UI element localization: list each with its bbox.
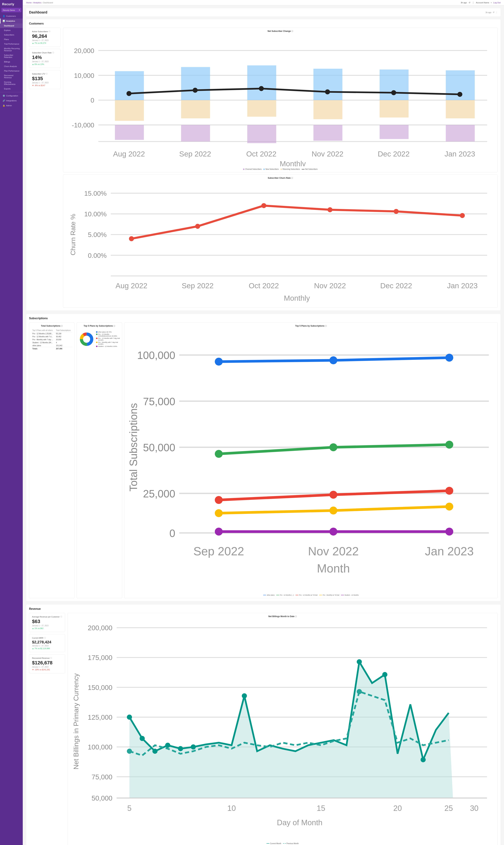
donut-info[interactable]: ⓘ bbox=[113, 325, 115, 327]
svg-point-29 bbox=[259, 86, 264, 91]
info-icon[interactable]: ⓘ bbox=[49, 30, 50, 33]
svg-point-88 bbox=[445, 487, 453, 495]
svg-text:Aug 2022: Aug 2022 bbox=[115, 282, 147, 290]
svg-text:Day of Month: Day of Month bbox=[277, 818, 322, 827]
sidebar-item-trial-performance[interactable]: Trial Performance bbox=[0, 42, 23, 46]
sidebar-item-billings[interactable]: Billings bbox=[0, 59, 23, 64]
plan-count: 101,042 bbox=[55, 344, 72, 347]
sidebar-item-subscribers[interactable]: Subscribers bbox=[0, 33, 23, 37]
mrr-info-icon[interactable]: ⓘ bbox=[44, 637, 46, 639]
logout-link[interactable]: Log Out bbox=[493, 2, 501, 4]
sidebar-label-plan-perf: Plan Performance bbox=[4, 70, 19, 72]
arpc-value: $63 bbox=[32, 619, 62, 624]
revenue-section: Revenue Average Revenue per Customer ⓘ $… bbox=[26, 605, 501, 845]
svg-point-50 bbox=[129, 236, 134, 241]
sidebar-item-configuration[interactable]: ⚙️ Configuration bbox=[0, 93, 23, 98]
sidebar-item-integrations[interactable]: 🔗 Integrations bbox=[0, 98, 23, 103]
svg-text:0: 0 bbox=[90, 96, 94, 104]
subs-line-info[interactable]: ⓘ bbox=[325, 325, 327, 327]
integrations-icon: 🔗 bbox=[3, 100, 5, 102]
mrr-value: $2,278,424 bbox=[32, 640, 62, 644]
svg-text:Dec 2022: Dec 2022 bbox=[378, 150, 410, 158]
sidebar-label-exports: Exports bbox=[4, 88, 11, 90]
mrr-change: ▲ 7% vs $2,119,986 bbox=[32, 647, 62, 649]
arpc-info-icon[interactable]: ⓘ bbox=[60, 615, 62, 618]
mrr-label: Current MRR ⓘ bbox=[32, 637, 62, 639]
ltv-change: ▼ -8% vs $147 bbox=[32, 84, 58, 87]
subscriptions-layout: Total Subscriptions ⓘ Top 5 Plans with a… bbox=[29, 322, 498, 598]
recovered-value: $126,678 bbox=[32, 660, 62, 666]
svg-point-54 bbox=[394, 209, 399, 214]
info-icon-3[interactable]: ⓘ bbox=[46, 73, 48, 75]
page-title: Dashboard bbox=[29, 10, 47, 14]
sidebar-item-explore[interactable]: Explore bbox=[0, 28, 23, 33]
svg-text:Total Subscriptions: Total Subscriptions bbox=[127, 403, 139, 491]
svg-text:10,000: 10,000 bbox=[74, 72, 94, 79]
info-icon-2[interactable]: ⓘ bbox=[52, 52, 54, 54]
svg-text:Jan 2023: Jan 2023 bbox=[425, 545, 474, 558]
breadcrumb-analytics[interactable]: Analytics bbox=[33, 2, 41, 4]
svg-point-80 bbox=[215, 358, 222, 366]
net-sub-info-icon[interactable]: ⓘ bbox=[291, 30, 293, 32]
account-selector[interactable]: Recurly Demo ▾ bbox=[1, 8, 21, 12]
svg-text:0.00%: 0.00% bbox=[88, 252, 107, 259]
sidebar-label-dashboard: Dashboard bbox=[4, 25, 14, 27]
sidebar-item-mrr[interactable]: Monthly Recurring Revenue bbox=[0, 46, 23, 53]
sidebar-item-customers[interactable]: 👤 Customers bbox=[0, 14, 23, 19]
svg-point-124 bbox=[420, 757, 426, 762]
recovered-change: ▼ -10% vs $141,261 bbox=[32, 669, 62, 671]
svg-text:10: 10 bbox=[227, 804, 236, 812]
total-subs-title: Total Subscriptions ⓘ bbox=[31, 325, 72, 327]
breadcrumb-home[interactable]: Home bbox=[26, 2, 32, 4]
sidebar-item-plan-perf[interactable]: Plan Performance bbox=[0, 69, 23, 73]
recovered-info-icon[interactable]: ⓘ bbox=[50, 657, 52, 659]
churn-rate-card: Subscriber Churn Rate ⓘ 14% January 1 – … bbox=[29, 49, 60, 68]
churn-info-icon[interactable]: ⓘ bbox=[291, 177, 293, 179]
sidebar-label-customers: Customers bbox=[6, 15, 16, 17]
svg-text:50,000: 50,000 bbox=[91, 794, 112, 802]
legend-net: Net Subscribers bbox=[302, 168, 318, 170]
more-icon[interactable]: ⋮ bbox=[472, 1, 474, 4]
net-billings-info[interactable]: ⓘ bbox=[295, 615, 297, 617]
svg-point-116 bbox=[140, 736, 145, 741]
customers-section-title: Customers bbox=[29, 22, 498, 25]
sidebar-item-recovered[interactable]: Recovered Revenue bbox=[0, 73, 23, 80]
svg-rect-18 bbox=[313, 100, 342, 119]
donut-legend: other plans 48.70% Pro - 12 Months (-251… bbox=[96, 331, 120, 347]
svg-text:Dec 2022: Dec 2022 bbox=[380, 282, 412, 290]
arpc-label: Average Revenue per Customer ⓘ bbox=[32, 615, 62, 618]
table-row: Student - 12 Months (84... 4 bbox=[31, 341, 72, 344]
refresh-btn[interactable]: ↺ bbox=[493, 11, 494, 14]
plan-count: 4 bbox=[55, 341, 72, 344]
subscriptions-title: Subscriptions bbox=[29, 317, 498, 320]
legend-pro12trial-line: Pro - 12 Months w/ 7d trial bbox=[295, 594, 318, 596]
sidebar-item-analytics[interactable]: 📊 Analytics bbox=[0, 19, 23, 23]
subs-line-legend: other plans Pro - 12 Months (...) Pro - … bbox=[127, 594, 496, 596]
svg-text:Nov 2022: Nov 2022 bbox=[308, 545, 359, 558]
svg-text:Aug 2022: Aug 2022 bbox=[113, 150, 145, 158]
svg-text:75,000: 75,000 bbox=[143, 396, 175, 408]
customers-charts: Net Subscriber Change ⓘ 20,000 10,000 bbox=[63, 28, 498, 308]
col-total: Total Subscriptions bbox=[55, 329, 72, 332]
sidebar-item-dunning[interactable]: Dunning Effectiveness bbox=[0, 80, 23, 87]
sidebar-item-admin[interactable]: 🔒 Admin bbox=[0, 103, 23, 108]
sidebar-item-plans[interactable]: Plans bbox=[0, 37, 23, 42]
svg-point-117 bbox=[152, 749, 157, 754]
svg-rect-20 bbox=[446, 100, 474, 118]
sidebar-item-churn[interactable]: Churn Analysis bbox=[0, 64, 23, 69]
refresh-icon[interactable]: ↺ bbox=[469, 1, 470, 4]
churn-chart-title: Subscriber Churn Rate ⓘ bbox=[65, 177, 496, 179]
active-subscribers-change: ▲ 7% vs 90,274 bbox=[32, 42, 58, 44]
svg-text:Sep 2022: Sep 2022 bbox=[193, 545, 244, 558]
col-plan: Top 5 Plans with all others bbox=[31, 329, 55, 332]
sidebar-item-retention[interactable]: Subscriber Retention bbox=[0, 53, 23, 59]
options-btn[interactable]: ⋮ bbox=[496, 11, 498, 14]
sidebar-item-exports[interactable]: Exports bbox=[0, 87, 23, 91]
svg-text:5.00%: 5.00% bbox=[88, 231, 107, 238]
svg-text:175,000: 175,000 bbox=[88, 654, 112, 662]
sidebar-item-dashboard[interactable]: Dashboard bbox=[0, 23, 23, 28]
svg-rect-15 bbox=[115, 100, 144, 121]
total-subs-info[interactable]: ⓘ bbox=[61, 325, 62, 327]
svg-text:Oct 2022: Oct 2022 bbox=[246, 150, 276, 158]
legend-previous-month: Previous Month bbox=[283, 843, 299, 844]
